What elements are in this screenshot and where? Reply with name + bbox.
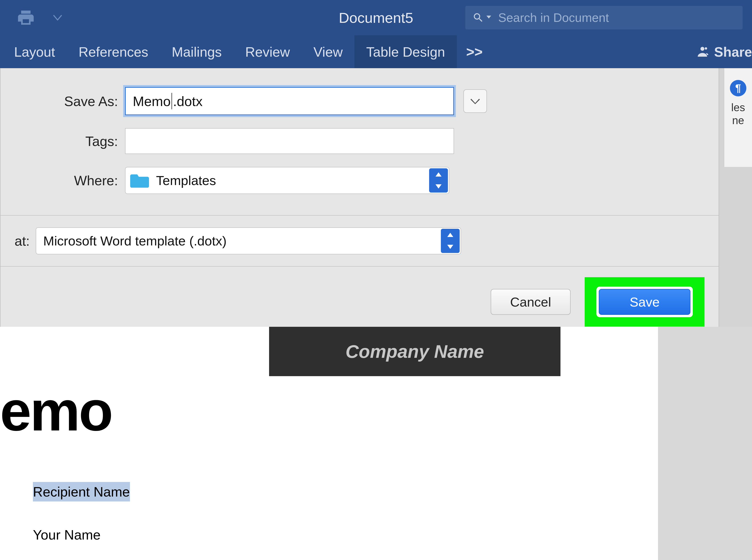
chevron-down-icon [486, 16, 491, 20]
file-format-value: Microsoft Word template (.dotx) [43, 233, 226, 248]
styles-pane[interactable]: ¶ les ne [724, 68, 752, 167]
search-icon [472, 12, 484, 23]
save-button[interactable]: Save [599, 289, 690, 315]
select-stepper-icon [429, 168, 448, 193]
divider [0, 215, 719, 216]
where-label: Where: [15, 173, 125, 188]
tab-references[interactable]: References [67, 35, 160, 68]
pilcrow-icon: ¶ [730, 80, 746, 96]
save-dialog: Save As: Memo.dotx Tags: Where: Temp [0, 68, 719, 340]
where-select[interactable]: Templates [125, 167, 449, 194]
tab-table-design[interactable]: Table Design [354, 35, 456, 68]
styles-pane-label-1: les [724, 101, 752, 114]
folder-icon [130, 173, 149, 188]
save-as-label: Save As: [15, 93, 125, 109]
titlebar: Document5 Search in Document [0, 0, 752, 35]
tags-label: Tags: [15, 133, 125, 149]
cancel-button[interactable]: Cancel [491, 289, 571, 315]
print-icon[interactable] [17, 8, 35, 27]
expand-dialog-button[interactable] [463, 89, 487, 113]
tab-layout[interactable]: Layout [2, 35, 67, 68]
memo-fields: Recipient Name Your Name Name [33, 482, 130, 560]
save-as-value-post: .dotx [173, 93, 203, 109]
file-format-select[interactable]: Microsoft Word template (.dotx) [36, 227, 461, 254]
field-your-name[interactable]: Your Name [33, 527, 130, 543]
share-icon [695, 44, 709, 60]
more-tabs-button[interactable]: >> [457, 44, 492, 60]
text-cursor [171, 93, 172, 109]
save-as-value-pre: Memo [133, 93, 170, 109]
select-stepper-icon [441, 229, 460, 253]
ribbon-tabs: Layout References Mailings Review View T… [0, 35, 752, 68]
share-label: Share [714, 44, 752, 60]
company-name-banner[interactable]: Company Name [269, 327, 561, 376]
search-placeholder: Search in Document [498, 11, 609, 25]
page-margin-area [658, 327, 752, 560]
main-area: ¶ les ne Save As: Memo.dotx Tags: Where: [0, 68, 752, 560]
save-as-input[interactable]: Memo.dotx [125, 87, 454, 115]
document-page[interactable]: Company Name emo Recipient Name Your Nam… [0, 327, 658, 560]
tags-input[interactable] [125, 128, 454, 154]
search-input[interactable]: Search in Document [465, 6, 743, 29]
styles-pane-label-2: ne [724, 114, 752, 127]
tab-review[interactable]: Review [233, 35, 302, 68]
share-button[interactable]: Share [695, 44, 752, 60]
tab-view[interactable]: View [302, 35, 354, 68]
where-value: Templates [156, 173, 216, 188]
tab-mailings[interactable]: Mailings [160, 35, 233, 68]
document-title: Document5 [339, 9, 413, 26]
field-recipient-name[interactable]: Recipient Name [33, 482, 130, 501]
save-button-highlight: Save [585, 277, 705, 326]
quick-access-dropdown-icon[interactable] [52, 12, 63, 23]
file-format-label: at: [15, 233, 36, 249]
memo-title[interactable]: emo [0, 379, 111, 443]
